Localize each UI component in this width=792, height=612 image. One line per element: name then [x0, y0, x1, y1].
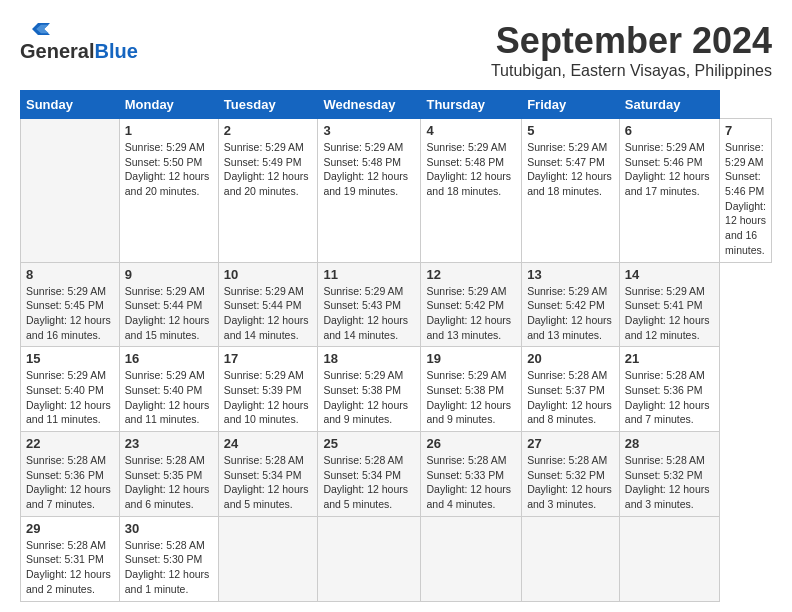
- day-number: 11: [323, 267, 415, 282]
- calendar-cell: [421, 516, 522, 601]
- calendar-cell: 19Sunrise: 5:29 AMSunset: 5:38 PMDayligh…: [421, 347, 522, 432]
- day-number: 8: [26, 267, 114, 282]
- week-row-5: 29Sunrise: 5:28 AMSunset: 5:31 PMDayligh…: [21, 516, 772, 601]
- col-header-thursday: Thursday: [421, 91, 522, 119]
- day-number: 16: [125, 351, 213, 366]
- day-info: Sunrise: 5:29 AMSunset: 5:48 PMDaylight:…: [323, 140, 415, 199]
- day-info: Sunrise: 5:28 AMSunset: 5:36 PMDaylight:…: [26, 453, 114, 512]
- day-number: 30: [125, 521, 213, 536]
- day-info: Sunrise: 5:28 AMSunset: 5:33 PMDaylight:…: [426, 453, 516, 512]
- calendar-cell: 25Sunrise: 5:28 AMSunset: 5:34 PMDayligh…: [318, 432, 421, 517]
- calendar-cell: 1Sunrise: 5:29 AMSunset: 5:50 PMDaylight…: [119, 119, 218, 263]
- day-number: 13: [527, 267, 614, 282]
- day-number: 17: [224, 351, 313, 366]
- calendar-cell: 10Sunrise: 5:29 AMSunset: 5:44 PMDayligh…: [218, 262, 318, 347]
- day-number: 10: [224, 267, 313, 282]
- day-number: 18: [323, 351, 415, 366]
- day-number: 19: [426, 351, 516, 366]
- day-number: 24: [224, 436, 313, 451]
- day-number: 22: [26, 436, 114, 451]
- header: General Blue September 2024 Tutubigan, E…: [20, 20, 772, 80]
- day-number: 26: [426, 436, 516, 451]
- col-header-sunday: Sunday: [21, 91, 120, 119]
- day-info: Sunrise: 5:29 AMSunset: 5:42 PMDaylight:…: [426, 284, 516, 343]
- day-info: Sunrise: 5:29 AMSunset: 5:41 PMDaylight:…: [625, 284, 714, 343]
- logo-general: General: [20, 40, 94, 63]
- day-info: Sunrise: 5:29 AMSunset: 5:38 PMDaylight:…: [323, 368, 415, 427]
- day-info: Sunrise: 5:29 AMSunset: 5:44 PMDaylight:…: [125, 284, 213, 343]
- calendar-cell: 26Sunrise: 5:28 AMSunset: 5:33 PMDayligh…: [421, 432, 522, 517]
- calendar-cell: 15Sunrise: 5:29 AMSunset: 5:40 PMDayligh…: [21, 347, 120, 432]
- calendar-cell: 5Sunrise: 5:29 AMSunset: 5:47 PMDaylight…: [522, 119, 620, 263]
- day-number: 7: [725, 123, 766, 138]
- calendar-cell: 16Sunrise: 5:29 AMSunset: 5:40 PMDayligh…: [119, 347, 218, 432]
- day-info: Sunrise: 5:29 AMSunset: 5:49 PMDaylight:…: [224, 140, 313, 199]
- calendar-cell: 14Sunrise: 5:29 AMSunset: 5:41 PMDayligh…: [619, 262, 719, 347]
- day-number: 21: [625, 351, 714, 366]
- day-info: Sunrise: 5:29 AMSunset: 5:40 PMDaylight:…: [26, 368, 114, 427]
- page-title: September 2024: [491, 20, 772, 62]
- day-number: 15: [26, 351, 114, 366]
- calendar-cell: [619, 516, 719, 601]
- day-info: Sunrise: 5:29 AMSunset: 5:39 PMDaylight:…: [224, 368, 313, 427]
- calendar-cell: 29Sunrise: 5:28 AMSunset: 5:31 PMDayligh…: [21, 516, 120, 601]
- col-header-friday: Friday: [522, 91, 620, 119]
- day-info: Sunrise: 5:29 AMSunset: 5:43 PMDaylight:…: [323, 284, 415, 343]
- calendar-cell: 28Sunrise: 5:28 AMSunset: 5:32 PMDayligh…: [619, 432, 719, 517]
- day-info: Sunrise: 5:29 AMSunset: 5:40 PMDaylight:…: [125, 368, 213, 427]
- week-row-3: 15Sunrise: 5:29 AMSunset: 5:40 PMDayligh…: [21, 347, 772, 432]
- day-number: 5: [527, 123, 614, 138]
- logo-blue: Blue: [94, 40, 137, 63]
- col-header-tuesday: Tuesday: [218, 91, 318, 119]
- day-number: 29: [26, 521, 114, 536]
- calendar-cell: 21Sunrise: 5:28 AMSunset: 5:36 PMDayligh…: [619, 347, 719, 432]
- calendar-cell: [318, 516, 421, 601]
- day-info: Sunrise: 5:28 AMSunset: 5:35 PMDaylight:…: [125, 453, 213, 512]
- week-row-1: 1Sunrise: 5:29 AMSunset: 5:50 PMDaylight…: [21, 119, 772, 263]
- calendar-cell: 27Sunrise: 5:28 AMSunset: 5:32 PMDayligh…: [522, 432, 620, 517]
- day-number: 28: [625, 436, 714, 451]
- calendar-cell: [21, 119, 120, 263]
- col-header-monday: Monday: [119, 91, 218, 119]
- day-info: Sunrise: 5:29 AMSunset: 5:47 PMDaylight:…: [527, 140, 614, 199]
- day-info: Sunrise: 5:28 AMSunset: 5:30 PMDaylight:…: [125, 538, 213, 597]
- calendar-cell: 22Sunrise: 5:28 AMSunset: 5:36 PMDayligh…: [21, 432, 120, 517]
- col-header-saturday: Saturday: [619, 91, 719, 119]
- logo-icon: [20, 20, 50, 38]
- calendar-cell: 24Sunrise: 5:28 AMSunset: 5:34 PMDayligh…: [218, 432, 318, 517]
- day-info: Sunrise: 5:29 AMSunset: 5:46 PMDaylight:…: [725, 140, 766, 258]
- calendar-cell: 8Sunrise: 5:29 AMSunset: 5:45 PMDaylight…: [21, 262, 120, 347]
- day-number: 20: [527, 351, 614, 366]
- logo: General Blue: [20, 20, 138, 63]
- day-number: 27: [527, 436, 614, 451]
- week-row-4: 22Sunrise: 5:28 AMSunset: 5:36 PMDayligh…: [21, 432, 772, 517]
- calendar-table: SundayMondayTuesdayWednesdayThursdayFrid…: [20, 90, 772, 602]
- day-info: Sunrise: 5:29 AMSunset: 5:46 PMDaylight:…: [625, 140, 714, 199]
- day-info: Sunrise: 5:29 AMSunset: 5:45 PMDaylight:…: [26, 284, 114, 343]
- calendar-cell: 17Sunrise: 5:29 AMSunset: 5:39 PMDayligh…: [218, 347, 318, 432]
- calendar-cell: 13Sunrise: 5:29 AMSunset: 5:42 PMDayligh…: [522, 262, 620, 347]
- day-number: 14: [625, 267, 714, 282]
- day-info: Sunrise: 5:29 AMSunset: 5:48 PMDaylight:…: [426, 140, 516, 199]
- week-row-2: 8Sunrise: 5:29 AMSunset: 5:45 PMDaylight…: [21, 262, 772, 347]
- calendar-cell: [218, 516, 318, 601]
- day-number: 6: [625, 123, 714, 138]
- calendar-cell: 12Sunrise: 5:29 AMSunset: 5:42 PMDayligh…: [421, 262, 522, 347]
- calendar-cell: 11Sunrise: 5:29 AMSunset: 5:43 PMDayligh…: [318, 262, 421, 347]
- day-number: 9: [125, 267, 213, 282]
- day-info: Sunrise: 5:28 AMSunset: 5:34 PMDaylight:…: [323, 453, 415, 512]
- calendar-cell: 4Sunrise: 5:29 AMSunset: 5:48 PMDaylight…: [421, 119, 522, 263]
- calendar-cell: 20Sunrise: 5:28 AMSunset: 5:37 PMDayligh…: [522, 347, 620, 432]
- day-info: Sunrise: 5:28 AMSunset: 5:36 PMDaylight:…: [625, 368, 714, 427]
- day-info: Sunrise: 5:29 AMSunset: 5:42 PMDaylight:…: [527, 284, 614, 343]
- day-number: 25: [323, 436, 415, 451]
- day-info: Sunrise: 5:29 AMSunset: 5:50 PMDaylight:…: [125, 140, 213, 199]
- day-number: 4: [426, 123, 516, 138]
- day-info: Sunrise: 5:28 AMSunset: 5:34 PMDaylight:…: [224, 453, 313, 512]
- day-number: 2: [224, 123, 313, 138]
- day-info: Sunrise: 5:29 AMSunset: 5:44 PMDaylight:…: [224, 284, 313, 343]
- calendar-cell: 3Sunrise: 5:29 AMSunset: 5:48 PMDaylight…: [318, 119, 421, 263]
- day-number: 3: [323, 123, 415, 138]
- col-header-wednesday: Wednesday: [318, 91, 421, 119]
- day-info: Sunrise: 5:28 AMSunset: 5:31 PMDaylight:…: [26, 538, 114, 597]
